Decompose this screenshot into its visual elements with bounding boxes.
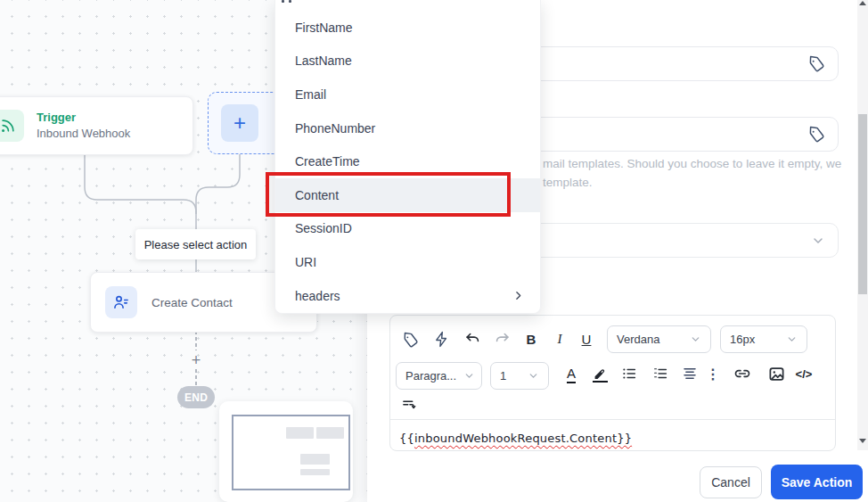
editor-content-head: {{ bbox=[399, 432, 414, 445]
plus-icon: + bbox=[221, 104, 258, 142]
tag-icon[interactable] bbox=[807, 55, 825, 73]
font-color-button[interactable]: A bbox=[561, 363, 582, 386]
scrollbar-down-arrow-icon[interactable] bbox=[859, 439, 866, 443]
font-size-value: 16px bbox=[730, 333, 755, 346]
merge-tag-icon[interactable] bbox=[399, 329, 421, 350]
chevron-down-icon bbox=[528, 370, 539, 382]
editor-content[interactable]: {{inboundWebhookRequest.Content}} bbox=[399, 432, 827, 445]
scrollbar-thumb[interactable] bbox=[858, 114, 867, 294]
underline-button[interactable]: U bbox=[576, 328, 597, 350]
bold-button[interactable]: B bbox=[520, 328, 542, 350]
minimap-bar bbox=[300, 454, 330, 465]
minimap-bar bbox=[300, 469, 330, 475]
dropdown-item-lastname[interactable]: LastName bbox=[275, 45, 540, 78]
line-height-value: 1 bbox=[500, 369, 506, 383]
lightning-icon[interactable] bbox=[430, 328, 452, 350]
minimap-preview-card[interactable] bbox=[219, 401, 353, 502]
scrollbar-up-arrow-icon[interactable] bbox=[859, 1, 866, 5]
end-badge: END bbox=[177, 386, 215, 408]
redo-icon[interactable] bbox=[491, 328, 512, 350]
italic-button[interactable]: I bbox=[549, 328, 570, 350]
dropdown-item-sessionid[interactable]: SessionID bbox=[275, 212, 540, 246]
helper-text: mail templates. Should you choose to lea… bbox=[543, 155, 864, 192]
align-icon[interactable] bbox=[679, 363, 700, 384]
code-view-icon[interactable]: </> bbox=[791, 363, 816, 384]
cancel-button[interactable]: Cancel bbox=[700, 466, 762, 498]
bullet-list-icon[interactable] bbox=[618, 363, 640, 384]
font-size-select[interactable]: 16px bbox=[720, 325, 807, 353]
save-action-button[interactable]: Save Action bbox=[771, 465, 863, 499]
more-options-icon[interactable]: ⋮ bbox=[706, 362, 720, 385]
link-icon[interactable] bbox=[731, 363, 754, 384]
dropdown-item-headers[interactable]: headers bbox=[275, 279, 540, 313]
paragraph-style-value: Paragra... bbox=[405, 369, 456, 383]
chevron-down-icon bbox=[463, 370, 475, 382]
font-color-letter: A bbox=[567, 366, 576, 383]
undo-icon[interactable] bbox=[462, 328, 483, 350]
ordered-list-icon[interactable] bbox=[650, 363, 671, 384]
trigger-node[interactable]: Trigger Inbound Webhook bbox=[0, 96, 193, 155]
dropdown-item-phonenumber[interactable]: PhoneNumber bbox=[275, 111, 540, 145]
webhook-signal-icon bbox=[0, 110, 24, 142]
font-family-value: Verdana bbox=[617, 333, 659, 346]
dropdown-item-email[interactable]: Email bbox=[275, 78, 540, 111]
chevron-down-icon bbox=[811, 234, 825, 248]
dropdown-item-uri[interactable]: URI bbox=[275, 245, 540, 279]
highlight-color-button[interactable] bbox=[588, 363, 611, 386]
rich-text-editor: B I U Verdana 16px Paragra.. bbox=[389, 315, 836, 451]
panel-scrollbar[interactable] bbox=[857, 0, 868, 450]
image-icon[interactable] bbox=[766, 363, 787, 384]
font-family-select[interactable]: Verdana bbox=[607, 325, 711, 353]
editor-toolbar: B I U Verdana 16px Paragra.. bbox=[390, 316, 835, 420]
paragraph-style-select[interactable]: Paragra... bbox=[396, 362, 482, 390]
contact-person-icon bbox=[105, 286, 137, 318]
workflow-builder-screen: Trigger Inbound Webhook + Add Please sel… bbox=[0, 0, 868, 502]
create-contact-label: Create Contact bbox=[151, 296, 233, 309]
chevron-right-icon bbox=[512, 290, 524, 301]
dropdown-item-content[interactable]: Content bbox=[275, 178, 540, 212]
highlighter-icon bbox=[593, 366, 608, 383]
helper-text-line1: mail templates. Should you choose to lea… bbox=[543, 155, 864, 174]
select-action-hint: Please select action bbox=[135, 229, 256, 259]
add-step-plus-icon[interactable]: + bbox=[186, 351, 206, 369]
tag-icon[interactable] bbox=[807, 126, 825, 144]
trigger-node-subtitle: Inbound Webhook bbox=[37, 126, 130, 142]
dropdown-item-createtime[interactable]: CreateTime bbox=[275, 144, 540, 178]
trigger-node-title: Trigger bbox=[37, 110, 130, 126]
line-height-select[interactable]: 1 bbox=[490, 362, 549, 390]
dropdown-item-firstname[interactable]: FirstName bbox=[275, 11, 540, 45]
webhook-field-dropdown: FirstName LastName Email PhoneNumber Cre… bbox=[274, 0, 541, 314]
editor-content-variable: inboundWebhookRequest.Content}} bbox=[414, 432, 632, 445]
clipped-menu-item bbox=[282, 0, 308, 4]
minimap-viewport bbox=[232, 415, 350, 490]
minimap-bar bbox=[316, 427, 344, 439]
chevron-down-icon bbox=[786, 333, 798, 345]
chevron-down-icon bbox=[690, 333, 701, 345]
minimap-bar bbox=[286, 427, 314, 439]
helper-text-line2: template. bbox=[543, 174, 864, 193]
text-direction-icon[interactable] bbox=[397, 395, 419, 415]
